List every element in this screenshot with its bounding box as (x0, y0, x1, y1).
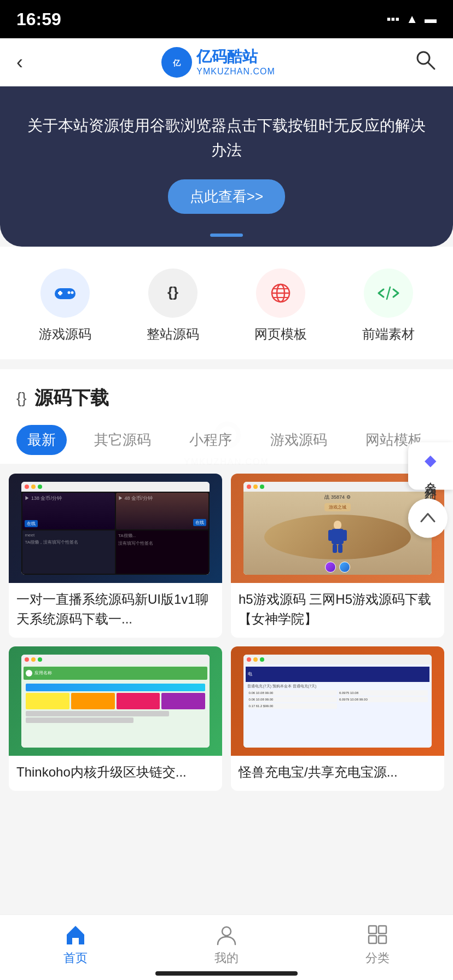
web-label: 网页模板 (254, 325, 307, 343)
banner: 关于本站资源使用谷歌浏览器点击下载按钮时无反应的解决办法 点此查看>> (0, 86, 453, 247)
nav-home-label: 首页 (63, 950, 88, 966)
search-button[interactable] (414, 48, 437, 76)
svg-rect-19 (342, 530, 347, 541)
card-1[interactable]: ▶ 138 金币/分钟 在线 ▶ 48 金币/分钟 在线 meet TA很懒，没… (9, 474, 222, 638)
status-icons: ▪▪▪ ▲ ▬ (387, 12, 437, 26)
nav-category[interactable]: 分类 (302, 923, 453, 966)
banner-indicator (210, 234, 243, 237)
svg-rect-17 (332, 529, 344, 544)
card-4-screenshot: 电 普通电充(7天) 预购本金本 普通电充(7天) 0.06 10.08 99.… (243, 655, 431, 748)
card-grid: ▶ 138 金币/分钟 在线 ▶ 48 金币/分钟 在线 meet TA很懒，没… (0, 464, 453, 801)
full-label: 整站源码 (147, 325, 199, 343)
frontend-icon (364, 269, 413, 318)
card-1-screenshot: ▶ 138 金币/分钟 在线 ▶ 48 金币/分钟 在线 meet TA很懒，没… (21, 482, 209, 575)
card-2-info: h5游戏源码 三网H5游戏源码下载 【女神学院】 (231, 583, 444, 638)
card-3-screenshot: 应用名称 (21, 655, 209, 748)
floating-buttons: ◆ 会员介绍 (408, 442, 453, 538)
svg-rect-18 (328, 530, 333, 541)
svg-rect-25 (369, 936, 376, 943)
card-4-title: 怪兽充电宝/共享充电宝源... (239, 762, 437, 782)
home-indicator (155, 971, 298, 976)
section-icon: {} (16, 389, 27, 407)
vip-text: 会员介绍 (422, 472, 439, 481)
categories: 游戏源码 {} 整站源码 网页模板 (0, 247, 453, 359)
card-4-thumb: 电 普通电充(7天) 预购本金本 普通电充(7天) 0.06 10.08 99.… (231, 646, 444, 756)
battery-icon: ▬ (425, 12, 437, 26)
vip-button[interactable]: ◆ 会员介绍 (408, 442, 453, 490)
card-1-thumb: ▶ 138 金币/分钟 在线 ▶ 48 金币/分钟 在线 meet TA很懒，没… (9, 474, 222, 583)
section-title: 源码下载 (34, 386, 109, 411)
category-full[interactable]: {} 整站源码 (147, 269, 199, 343)
signal-icon: ▪▪▪ (387, 12, 399, 26)
logo: 亿 亿码酷站 YMKUZHAN.COM (161, 47, 275, 78)
nav-profile[interactable]: 我的 (151, 923, 302, 966)
web-icon (256, 269, 305, 318)
card-3-info: Thinkoho内核升级区块链交... (9, 756, 222, 791)
vip-icon: ◆ (425, 451, 437, 469)
tabs-watermark-container: 最新 其它源码 小程序 游戏源码 网站模板 ⊙ YMKUZHAN.COM (0, 416, 453, 464)
banner-button[interactable]: 点此查看>> (168, 179, 285, 214)
logo-sub-text: YMKUZHAN.COM (196, 66, 275, 77)
tab-miniapp[interactable]: 小程序 (178, 425, 243, 455)
svg-text:{}: {} (167, 284, 178, 300)
card-2-screenshot: 战 35874 ⚙ 游戏之城 (243, 482, 431, 575)
nav-category-label: 分类 (365, 950, 390, 966)
svg-rect-23 (369, 926, 376, 934)
svg-rect-20 (333, 544, 337, 553)
card-1-title: 一对一直播系统源码新UI版1v1聊天系统源码下载一... (16, 590, 214, 629)
svg-point-22 (222, 927, 231, 936)
tab-other[interactable]: 其它源码 (83, 425, 162, 455)
full-icon: {} (148, 269, 198, 318)
game-icon (40, 269, 90, 318)
svg-rect-6 (59, 291, 61, 295)
logo-main-text: 亿码酷站 (196, 48, 275, 66)
frontend-label: 前端素材 (362, 325, 415, 343)
svg-line-15 (387, 287, 390, 299)
wifi-icon: ▲ (406, 12, 418, 26)
svg-text:亿: 亿 (172, 59, 181, 67)
card-4-info: 怪兽充电宝/共享充电宝源... (231, 756, 444, 791)
back-button[interactable]: ‹ (16, 51, 23, 74)
scroll-top-button[interactable] (408, 499, 448, 538)
logo-text: 亿码酷站 YMKUZHAN.COM (196, 48, 275, 77)
category-game[interactable]: 游戏源码 (39, 269, 91, 343)
svg-rect-21 (338, 544, 342, 553)
tab-game[interactable]: 游戏源码 (259, 425, 338, 455)
card-3[interactable]: 应用名称 (9, 646, 222, 791)
tabs: 最新 其它源码 小程序 游戏源码 网站模板 (0, 416, 453, 464)
section-header: {} 源码下载 (0, 369, 453, 416)
bottom-nav: 首页 我的 分类 (0, 914, 453, 980)
nav-profile-label: 我的 (214, 950, 239, 966)
svg-rect-26 (379, 936, 386, 943)
svg-line-3 (428, 62, 434, 69)
svg-point-8 (71, 291, 73, 294)
card-3-thumb: 应用名称 (9, 646, 222, 756)
logo-icon: 亿 (161, 47, 192, 78)
svg-rect-24 (379, 926, 386, 934)
status-bar: 16:59 ▪▪▪ ▲ ▬ (0, 0, 453, 38)
game-label: 游戏源码 (39, 325, 91, 343)
card-3-title: Thinkoho内核升级区块链交... (16, 762, 214, 782)
status-time: 16:59 (16, 9, 61, 30)
svg-point-7 (67, 291, 70, 294)
card-4[interactable]: 电 普通电充(7天) 预购本金本 普通电充(7天) 0.06 10.08 99.… (231, 646, 444, 791)
svg-rect-16 (334, 521, 341, 529)
banner-text: 关于本站资源使用谷歌浏览器点击下载按钮时无反应的解决办法 (22, 114, 431, 163)
tab-latest[interactable]: 最新 (16, 425, 67, 455)
card-1-info: 一对一直播系统源码新UI版1v1聊天系统源码下载一... (9, 583, 222, 638)
card-2-title: h5游戏源码 三网H5游戏源码下载 【女神学院】 (239, 590, 437, 629)
category-web[interactable]: 网页模板 (254, 269, 307, 343)
nav-home[interactable]: 首页 (0, 923, 151, 966)
category-frontend[interactable]: 前端素材 (362, 269, 415, 343)
header: ‹ 亿 亿码酷站 YMKUZHAN.COM (0, 38, 453, 86)
